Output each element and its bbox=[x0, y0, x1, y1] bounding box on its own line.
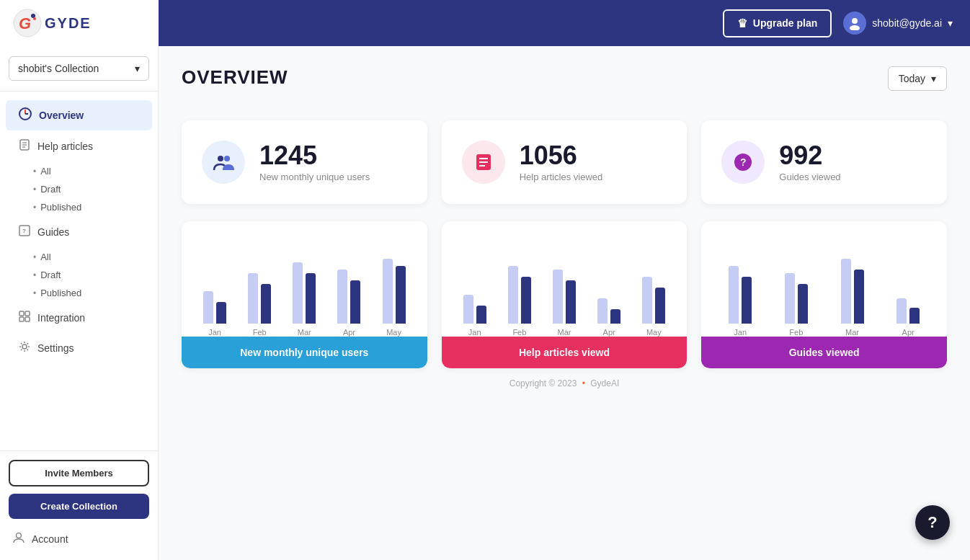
c2-bar-feb-dark bbox=[521, 277, 531, 324]
integration-icon bbox=[19, 311, 30, 325]
invite-members-button[interactable]: Invite Members bbox=[9, 460, 149, 486]
chart3-bar-mar: Mar bbox=[828, 259, 877, 337]
stat-label-guides: Guides viewed bbox=[779, 172, 840, 182]
guides-draft[interactable]: Draft bbox=[27, 266, 158, 284]
month-label-may: May bbox=[386, 328, 401, 337]
sidebar-nav: Overview Help articles All Draft Publish… bbox=[0, 92, 158, 450]
help-articles-subnav: All Draft Published bbox=[0, 162, 158, 216]
sidebar-item-label-settings: Settings bbox=[37, 342, 74, 354]
c2-month-feb: Feb bbox=[512, 328, 526, 337]
chart-label-guides: Guides viewed bbox=[701, 337, 947, 368]
sidebar-collection: shobit's Collection ▾ bbox=[0, 46, 158, 92]
footer: Copyright © 2023 • GydeAI bbox=[182, 368, 947, 394]
c3-bar-feb-dark bbox=[798, 284, 808, 324]
user-menu[interactable]: shobit@gyde.ai ▾ bbox=[843, 12, 953, 35]
c2-month-apr: Apr bbox=[603, 328, 615, 337]
svg-point-4 bbox=[852, 18, 858, 24]
help-fab-button[interactable]: ? bbox=[915, 505, 950, 540]
bar-jan-light bbox=[203, 291, 213, 324]
c2-month-may: May bbox=[646, 328, 662, 337]
svg-point-18 bbox=[17, 533, 22, 538]
chart-card-articles: Jan Feb Mar bbox=[442, 221, 688, 368]
date-filter-label: Today bbox=[899, 73, 925, 84]
guides-published[interactable]: Published bbox=[27, 284, 158, 302]
collection-chevron-icon: ▾ bbox=[135, 63, 140, 74]
stat-card-articles: 1056 Help articles viewed bbox=[442, 120, 688, 204]
user-chevron-icon: ▾ bbox=[948, 17, 953, 29]
c3-bar-mar-dark bbox=[854, 270, 864, 324]
sidebar-item-label-guides: Guides bbox=[37, 226, 69, 238]
logo-icon: G bbox=[13, 9, 42, 37]
help-fab-icon: ? bbox=[927, 513, 937, 532]
footer-dot: • bbox=[582, 378, 585, 388]
bar-group-mar: Mar bbox=[285, 262, 323, 337]
sidebar-item-account[interactable]: Account bbox=[9, 526, 149, 551]
chart-card-guides: Jan Feb Mar bbox=[701, 221, 947, 368]
help-published[interactable]: Published bbox=[27, 198, 158, 216]
c2-month-mar: Mar bbox=[558, 328, 571, 337]
bar-feb-light bbox=[248, 273, 258, 324]
svg-point-5 bbox=[850, 25, 860, 30]
c3-month-feb: Feb bbox=[789, 328, 803, 337]
bar-apr-dark bbox=[350, 280, 360, 324]
overview-icon bbox=[19, 107, 32, 123]
bar-group-may: May bbox=[375, 259, 413, 337]
stat-label-users: New monthly unique users bbox=[259, 172, 370, 182]
sidebar-item-label-help-articles: Help articles bbox=[37, 141, 93, 152]
stat-card-guides: ? 992 Guides viewed bbox=[701, 120, 947, 204]
create-collection-label: Create Collection bbox=[40, 501, 117, 512]
bar-group-apr: Apr bbox=[330, 270, 368, 337]
help-all[interactable]: All bbox=[27, 162, 158, 180]
guides-all[interactable]: All bbox=[27, 248, 158, 266]
bars-jan bbox=[203, 291, 226, 324]
header-right: ♛ Upgrade plan shobit@gyde.ai ▾ bbox=[723, 9, 953, 37]
charts-row: Jan Feb Mar bbox=[182, 221, 947, 368]
svg-rect-14 bbox=[25, 311, 30, 316]
chart2-bar-jan: Jan bbox=[456, 295, 494, 337]
upgrade-label: Upgrade plan bbox=[753, 17, 817, 29]
c3-month-jan: Jan bbox=[734, 328, 747, 337]
svg-text:G: G bbox=[19, 14, 31, 32]
stat-number-guides: 992 bbox=[779, 143, 840, 169]
date-filter-chevron-icon: ▾ bbox=[931, 73, 936, 84]
sidebar-item-overview[interactable]: Overview bbox=[6, 100, 152, 130]
svg-rect-16 bbox=[25, 317, 30, 321]
c3-bar-jan-light bbox=[729, 266, 739, 324]
chart-area-users: Jan Feb Mar bbox=[182, 221, 427, 337]
collection-dropdown[interactable]: shobit's Collection ▾ bbox=[9, 56, 149, 81]
svg-rect-13 bbox=[19, 311, 24, 316]
c2-bar-feb-light bbox=[508, 266, 518, 324]
svg-text:?: ? bbox=[740, 156, 747, 168]
c2-bar-apr-dark bbox=[610, 309, 620, 324]
account-label: Account bbox=[32, 533, 68, 545]
sidebar-item-guides[interactable]: ? Guides bbox=[6, 218, 152, 246]
chart-label-users: New monthly unique users bbox=[182, 337, 427, 368]
bar-apr-light bbox=[337, 270, 347, 324]
chart2-bar-feb: Feb bbox=[501, 266, 538, 337]
sidebar-item-settings[interactable]: Settings bbox=[6, 334, 152, 363]
sidebar-item-help-articles[interactable]: Help articles bbox=[6, 132, 152, 161]
c2-bar-may-light bbox=[642, 277, 652, 324]
logo-area: G GYDE bbox=[0, 0, 159, 46]
upgrade-button[interactable]: ♛ Upgrade plan bbox=[723, 9, 832, 37]
bar-group-feb: Feb bbox=[241, 273, 278, 337]
date-filter-dropdown[interactable]: Today ▾ bbox=[888, 66, 947, 91]
help-draft[interactable]: Draft bbox=[27, 180, 158, 198]
chart-area-guides: Jan Feb Mar bbox=[701, 221, 947, 337]
create-collection-button[interactable]: Create Collection bbox=[9, 494, 149, 519]
c3-bar-mar-light bbox=[841, 259, 851, 324]
month-label-mar: Mar bbox=[298, 328, 311, 337]
collection-name: shobit's Collection bbox=[18, 63, 99, 74]
chart-card-users: Jan Feb Mar bbox=[182, 221, 427, 368]
bar-group-jan: Jan bbox=[196, 291, 233, 337]
c2-bar-may-dark bbox=[655, 288, 665, 324]
bar-may-light bbox=[383, 259, 393, 324]
sidebar-item-integration[interactable]: Integration bbox=[6, 303, 152, 332]
c2-bar-mar-light bbox=[553, 270, 563, 324]
c2-bar-apr-light bbox=[597, 298, 608, 324]
chart2-bar-mar: Mar bbox=[546, 270, 583, 337]
bar-mar-dark bbox=[306, 273, 316, 324]
guides-stat-icon: ? bbox=[721, 141, 765, 184]
stat-card-users: 1245 New monthly unique users bbox=[182, 120, 427, 204]
invite-members-label: Invite Members bbox=[45, 468, 113, 479]
